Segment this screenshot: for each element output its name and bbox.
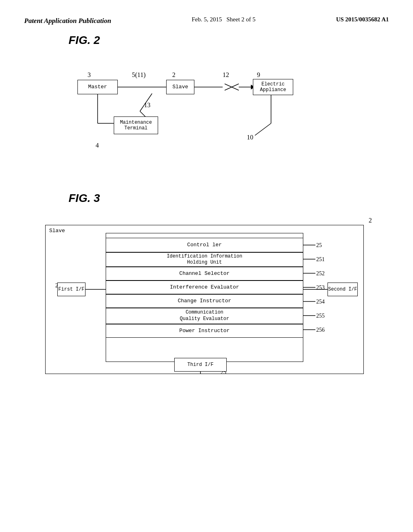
interference-evaluator-box: Interference Evaluator [106, 281, 303, 294]
svg-line-13 [255, 123, 271, 135]
svg-text:251: 251 [316, 256, 325, 262]
svg-line-8 [140, 94, 152, 111]
svg-text:13: 13 [144, 102, 150, 108]
controller-box: Control ler [106, 238, 303, 252]
svg-text:254: 254 [316, 299, 325, 305]
svg-line-2 [225, 84, 239, 90]
fig2-diagram: 3 5(11) 2 12 9 13 4 10 Master Slave Elec… [65, 55, 348, 168]
second-if-box: Second I/F [327, 283, 358, 296]
page-header: Patent Application Publication Feb. 5, 2… [0, 0, 413, 26]
electric-appliance-box: Electric Appliance [253, 79, 293, 95]
change-instructor-box: Change Instructor [106, 294, 303, 308]
channel-selector-box: Channel Selector [106, 267, 303, 281]
fig3-section: FIG. 3 Slave 2 [24, 192, 389, 382]
header-left: Patent Application Publication [24, 16, 111, 26]
maintenance-terminal-box: Maintenance Terminal [114, 116, 158, 134]
fig2-section: FIG. 2 [24, 34, 389, 168]
svg-text:255: 255 [316, 313, 325, 319]
comm-quality-box: Communication Quality Evaluator [106, 308, 303, 324]
svg-text:25: 25 [316, 242, 322, 248]
svg-text:3: 3 [88, 71, 91, 78]
master-box: Master [77, 80, 118, 94]
svg-text:12: 12 [223, 71, 229, 78]
svg-text:5(11): 5(11) [132, 71, 146, 79]
header-right: US 2015/0035682 A1 [336, 16, 389, 23]
header-center: Feb. 5, 2015 Sheet 2 of 5 [192, 16, 255, 23]
svg-line-3 [225, 84, 239, 90]
svg-text:252: 252 [316, 270, 325, 276]
slave-box: Slave [166, 80, 194, 94]
svg-text:10: 10 [247, 134, 253, 141]
svg-text:4: 4 [96, 142, 99, 149]
third-if-box: Third I/F [174, 358, 227, 372]
svg-text:256: 256 [316, 327, 325, 333]
fig2-label: FIG. 2 [69, 34, 389, 47]
fig3-diagram: Slave 2 [41, 213, 372, 382]
fig3-label: FIG. 3 [69, 192, 389, 205]
svg-text:9: 9 [257, 71, 260, 78]
power-instructor-box: Power Instructor [106, 324, 303, 338]
id-info-box: Identification Information Holding Unit [106, 252, 303, 267]
first-if-box: First I/F [57, 283, 86, 296]
svg-text:2: 2 [172, 71, 175, 78]
